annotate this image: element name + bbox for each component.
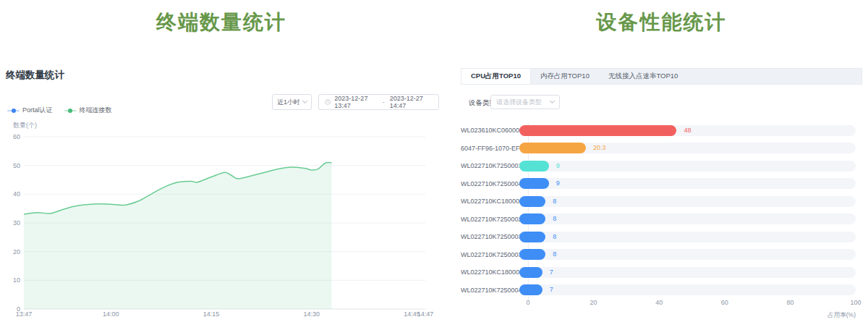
device-type-select[interactable]: 请选择设备类型 (490, 95, 560, 109)
dashboard: 终端数量统计 终端数量统计 近1小时 2023-12-27 13:47 - 20… (0, 0, 868, 330)
terminal-stats-panel: 终端数量统计 终端数量统计 近1小时 2023-12-27 13:47 - 20… (0, 0, 443, 330)
chevron-down-icon (550, 98, 555, 103)
date-range-picker[interactable]: 2023-12-27 13:47 - 2023-12-27 14:47 (318, 94, 439, 110)
legend-marker-icon (7, 110, 20, 111)
bar-value: 7 (550, 284, 553, 295)
bar-fill (519, 196, 545, 207)
cpu-top10-bar-chart: WL023610KC06000043486047-FF96-1070-EF0A2… (461, 122, 862, 299)
bar-value: 9 (556, 178, 560, 189)
bar-row-3: WL022710K7250004099 (461, 175, 862, 193)
legend-item-1[interactable]: 终端连接数 (64, 106, 112, 115)
bar-track: 20.3 (519, 143, 856, 153)
bar-track: 9 (519, 178, 856, 189)
bar-category-label: WL022710K725000409 (461, 180, 519, 187)
clock-icon (325, 98, 331, 106)
bar-x-tick: 40 (655, 299, 663, 306)
bar-x-tick: 0 (526, 299, 529, 306)
bar-track: 7 (519, 267, 856, 278)
right-section-title: 设备性能统计 (461, 9, 862, 36)
legend-item-0[interactable]: Portal认证 (7, 106, 53, 115)
y-tick: 60 (13, 133, 20, 140)
legend-marker-icon (64, 110, 77, 111)
bar-value: 8 (553, 249, 556, 260)
bar-fill (519, 267, 542, 278)
y-tick: 30 (13, 219, 20, 227)
bar-category-label: WL022710K725000470 (461, 287, 519, 294)
y-axis-label: 数量(个) (13, 122, 37, 129)
bar-track: 48 (519, 125, 856, 136)
bar-value: 7 (550, 267, 553, 278)
bar-fill (519, 232, 545, 242)
bar-row-8: WL022710KC180003727 (461, 263, 862, 282)
terminal-card-title: 终端数量统计 (6, 69, 64, 82)
bar-fill (519, 125, 676, 136)
device-performance-panel: 设备性能统计 CPU占用TOP10内存占用TOP10无线接入点速率TOP10 设… (461, 0, 862, 330)
bar-track: 7 (519, 284, 856, 295)
x-tick: 14:15 (203, 310, 220, 318)
bar-value: 8 (553, 232, 556, 242)
bar-row-4: WL022710KC180002808 (461, 192, 862, 211)
area-fill (24, 163, 332, 309)
legend-label: Portal认证 (22, 106, 53, 115)
y-tick: 40 (13, 190, 20, 198)
bar-track: 9 (519, 161, 856, 172)
bar-value: 48 (684, 125, 691, 136)
bar-chart-xlabel: 占用率(%) (827, 311, 856, 320)
bar-x-tick: 100 (850, 299, 861, 306)
bar-track: 8 (519, 232, 856, 242)
bar-value: 8 (553, 213, 556, 224)
bar-row-0: WL023610KC0600004348 (461, 122, 862, 140)
tab-2[interactable]: 无线接入点速率TOP10 (599, 69, 687, 84)
bar-row-2: WL022710K7250001029 (461, 157, 862, 175)
bar-x-tick: 60 (721, 299, 728, 306)
bar-value: 8 (553, 196, 556, 207)
bar-category-label: WL022710K725000369 (461, 251, 519, 258)
bar-category-label: WL022710K725000102 (461, 162, 519, 169)
y-tick: 20 (13, 248, 20, 255)
bar-track: 8 (519, 196, 856, 207)
tab-0[interactable]: CPU占用TOP10 (461, 69, 531, 84)
bar-fill (519, 161, 549, 172)
bar-value: 20.3 (593, 143, 606, 153)
performance-tabs: CPU占用TOP10内存占用TOP10无线接入点速率TOP10 (461, 68, 862, 85)
chevron-down-icon (302, 98, 307, 103)
y-tick: 10 (13, 276, 20, 284)
date-end: 2023-12-27 14:47 (390, 95, 433, 109)
left-section-title: 终端数量统计 (0, 9, 443, 36)
date-start: 2023-12-27 13:47 (334, 95, 377, 109)
legend-label: 终端连接数 (80, 106, 112, 115)
bar-category-label: WL022710K725000272 (461, 216, 519, 223)
bar-fill (519, 178, 549, 189)
bar-fill (519, 284, 542, 295)
y-tick: 50 (13, 162, 20, 169)
bar-fill (519, 143, 586, 153)
bar-row-1: 6047-FF96-1070-EF0A20.3 (461, 140, 862, 158)
bar-x-tick: 20 (590, 299, 597, 306)
bar-fill (519, 249, 545, 260)
bar-category-label: WL022710KC18000372 (461, 268, 519, 276)
x-tick: 13:47 (16, 310, 33, 318)
bar-value: 9 (556, 161, 560, 172)
bar-track: 8 (519, 213, 856, 224)
chart-legend: Portal认证终端连接数 (7, 106, 112, 115)
bar-track: 8 (519, 249, 856, 260)
bar-row-9: WL022710K7250004707 (461, 282, 862, 300)
time-range-value: 近1小时 (277, 98, 300, 107)
bar-row-5: WL022710K7250002728 (461, 211, 862, 229)
tab-1[interactable]: 内存占用TOP10 (531, 69, 599, 84)
x-tick: 14:47 (417, 310, 434, 318)
x-tick: 14:30 (303, 310, 320, 318)
bar-x-tick: 80 (786, 299, 793, 306)
time-range-select[interactable]: 近1小时 (272, 94, 312, 110)
x-tick: 14:00 (103, 310, 119, 318)
bar-category-label: WL023610KC06000043 (461, 127, 519, 134)
bar-category-label: WL022710KC18000280 (461, 198, 519, 205)
bar-fill (519, 213, 545, 224)
bar-category-label: 6047-FF96-1070-EF0A (461, 145, 519, 152)
bar-row-7: WL022710K7250003698 (461, 246, 862, 264)
date-separator: - (381, 98, 386, 106)
bar-category-label: WL022710K725000307 (461, 233, 519, 240)
bar-chart-xticks: 020406080100 (461, 299, 862, 308)
terminal-line-chart: 数量(个)010203040506013:4714:0014:1514:3014… (0, 116, 443, 330)
bar-row-6: WL022710K7250003078 (461, 228, 862, 246)
